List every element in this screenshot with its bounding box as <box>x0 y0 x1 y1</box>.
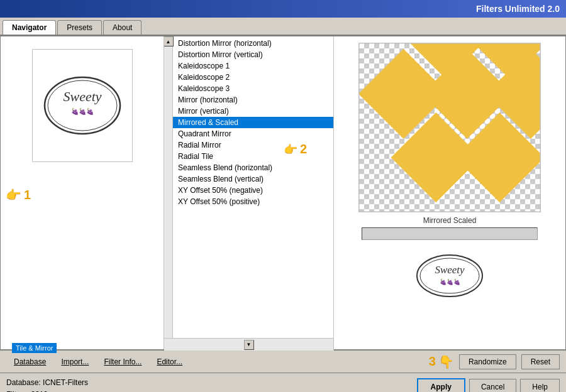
filter-item[interactable]: Seamless Blend (horizontal) <box>173 162 333 173</box>
database-status: Database: ICNET-Filters <box>6 377 417 389</box>
filter-item[interactable]: Radial Tile <box>173 151 333 162</box>
filter-item[interactable]: Mirror (vertical) <box>173 106 333 117</box>
app-title: Filters Unlimited 2.0 <box>476 4 560 14</box>
svg-point-12 <box>417 255 482 297</box>
filter-item[interactable]: Kaleidoscope 2 <box>173 72 333 83</box>
svg-point-3 <box>48 80 117 131</box>
filter-category-label: Tile & Mirror <box>12 343 57 353</box>
filter-item[interactable]: Distortion Mirror (horizontal) <box>173 38 333 49</box>
tab-about[interactable]: About <box>103 20 142 35</box>
bottom-toolbar: Database Import... Filter Info... Editor… <box>0 350 566 373</box>
filter-item[interactable]: Kaleidoscope 1 <box>173 60 333 72</box>
tab-bar: Navigator Presets About <box>0 18 566 36</box>
database-button[interactable]: Database <box>6 355 53 369</box>
filter-item[interactable]: Quadrant Mirror <box>173 128 333 139</box>
import-button[interactable]: Import... <box>53 355 96 369</box>
apply-button[interactable]: Apply <box>417 378 465 392</box>
left-panel: Sweety 🍇🍇🍇 Tile & Mirror 👉 1 <box>1 36 164 349</box>
help-button[interactable]: Help <box>520 379 560 392</box>
toolbar-right: 3 👇 Randomize Reset <box>429 354 560 369</box>
filter-item[interactable]: XY Offset 50% (negative) <box>173 185 333 196</box>
action-buttons: Apply Cancel Help <box>417 378 560 392</box>
filter-info-button[interactable]: Filter Info... <box>96 355 149 369</box>
svg-text:Sweety: Sweety <box>63 89 101 104</box>
scroll-down-arrow[interactable]: ▼ <box>244 340 254 350</box>
preview-slider[interactable] <box>362 227 538 240</box>
svg-text:Sweety: Sweety <box>435 264 465 276</box>
randomize-button[interactable]: Randomize <box>459 354 516 369</box>
svg-text:🍇🍇🍇: 🍇🍇🍇 <box>71 107 94 116</box>
main-content: Sweety 🍇🍇🍇 Tile & Mirror 👉 1 ▲ Distortio… <box>0 36 566 350</box>
database-status-value: ICNET-Filters <box>43 378 88 387</box>
filter-list: Distortion Mirror (horizontal)Distortion… <box>173 36 333 338</box>
status-bar: Database: ICNET-Filters Filters: 2219 Ap… <box>0 373 566 392</box>
tab-navigator[interactable]: Navigator <box>3 20 56 35</box>
filter-item[interactable]: Radial Mirror <box>173 139 333 151</box>
filter-item[interactable]: Distortion Mirror (vertical) <box>173 49 333 60</box>
filter-list-container: ▲ Distortion Mirror (horizontal)Distorti… <box>164 36 334 351</box>
preview-label: Mirrored Scaled <box>423 216 477 225</box>
scroll-up-area[interactable]: ▲ <box>164 36 173 338</box>
scroll-down-area[interactable]: ▼ <box>164 338 333 351</box>
filter-item[interactable]: Mirrored & Scaled <box>173 117 333 128</box>
step3-number: 3 <box>429 354 436 369</box>
filters-status: Filters: 2219 <box>6 389 417 392</box>
reset-button[interactable]: Reset <box>521 354 560 369</box>
title-bar: Filters Unlimited 2.0 <box>0 0 566 18</box>
step1-area: Tile & Mirror 👉 1 <box>6 187 31 202</box>
sweety-logo-svg: Sweety 🍇🍇🍇 <box>42 65 123 146</box>
scroll-up-arrow[interactable]: ▲ <box>164 36 174 46</box>
step3-area: 3 👇 <box>429 354 454 369</box>
svg-text:🍇🍇🍇: 🍇🍇🍇 <box>440 278 461 286</box>
step1-pointer-icon: 👉 <box>6 187 21 202</box>
preview-image <box>358 43 541 212</box>
cancel-button[interactable]: Cancel <box>469 379 516 392</box>
tab-presets[interactable]: Presets <box>57 20 102 35</box>
preview-area: Mirrored Scaled Sweety 🍇🍇🍇 <box>334 36 565 349</box>
step1-number: 1 <box>24 188 31 202</box>
database-status-label: Database: <box>6 378 41 387</box>
filter-item[interactable]: Mirror (horizontal) <box>173 94 333 106</box>
source-thumbnail: Sweety 🍇🍇🍇 <box>32 49 133 162</box>
preview-svg <box>359 43 540 212</box>
center-logo-svg: Sweety 🍇🍇🍇 <box>415 253 484 300</box>
center-logo-area: Sweety 🍇🍇🍇 <box>415 253 484 300</box>
status-info: Database: ICNET-Filters Filters: 2219 <box>6 377 417 392</box>
svg-point-0 <box>45 77 120 134</box>
filter-item[interactable]: Kaleidoscope 3 <box>173 83 333 94</box>
filter-item[interactable]: Seamless Blend (vertical) <box>173 173 333 185</box>
filter-item[interactable]: XY Offset 50% (positive) <box>173 196 333 207</box>
editor-button[interactable]: Editor... <box>149 355 190 369</box>
step3-pointer-icon: 👇 <box>438 354 454 369</box>
